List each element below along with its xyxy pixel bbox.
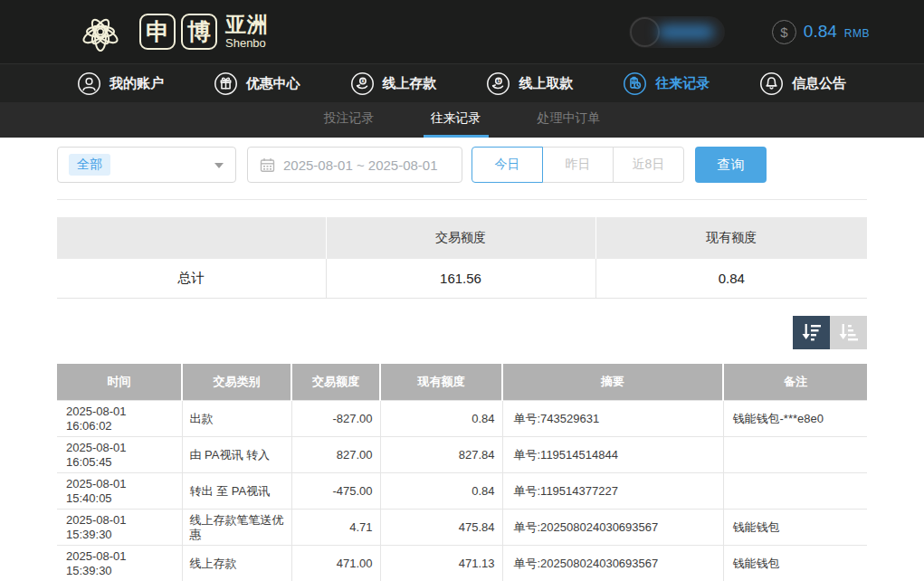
nav-item-deposit[interactable]: ¥线上存款 (350, 71, 437, 96)
cell-category: 线上存款 (182, 546, 291, 581)
quick-range-button-2[interactable]: 近8日 (613, 147, 684, 183)
cell-amount: 471.00 (291, 546, 380, 581)
content: 全部 2025-08-01 ~ 2025-08-01 (0, 147, 924, 581)
cell-balance: 0.84 (380, 473, 502, 510)
cell-note: 钱能钱包 (723, 510, 867, 546)
nav-item-label: 信息公告 (792, 75, 846, 92)
cell-balance: 827.84 (380, 437, 502, 473)
cell-time: 2025-08-01 16:06:02 (57, 401, 182, 437)
balance-amount: 0.84 (804, 22, 837, 42)
date-range-input[interactable]: 2025-08-01 ~ 2025-08-01 (247, 147, 462, 183)
summary-header-blank (57, 217, 326, 259)
logo-latin-text: Shenbo (225, 37, 269, 49)
column-header: 时间 (57, 364, 182, 401)
summary-table: 交易额度 现有额度 总计 161.56 0.84 (57, 217, 867, 299)
cell-time: 2025-08-01 16:05:45 (57, 437, 182, 473)
user-icon (77, 71, 101, 96)
record-tabs: 投注记录往来记录处理中订单 (0, 102, 924, 138)
nav-item-label: 优惠中心 (246, 75, 300, 92)
nav-item-label: 线上取款 (519, 75, 573, 92)
calendar-icon (260, 157, 275, 173)
transaction-type-select[interactable]: 全部 (57, 147, 236, 183)
table-row: 2025-08-01 16:05:45由 PA视讯 转入827.00827.84… (57, 437, 867, 473)
subtab-0[interactable]: 投注记录 (317, 102, 382, 138)
withdraw-icon: $ (486, 71, 510, 96)
page: 申 博 亚洲 Shenbo $ 0.84 RMB 我的账户优惠中心¥线上存款$线… (0, 0, 924, 581)
balance-currency: RMB (844, 27, 870, 40)
logo-region-text: 亚洲 (225, 14, 269, 35)
nav-item-gift[interactable]: 优惠中心 (214, 71, 300, 96)
quick-range-button-1[interactable]: 昨日 (542, 147, 614, 183)
summary-total-row: 总计 161.56 0.84 (57, 259, 867, 298)
summary-total-label: 总计 (57, 259, 326, 298)
cell-balance: 475.84 (380, 510, 502, 546)
logo-char-shen: 申 (139, 14, 176, 50)
deposit-icon: ¥ (350, 71, 375, 96)
summary-header-transaction: 交易额度 (326, 217, 595, 259)
table-row: 2025-08-01 15:39:30线上存款471.00471.13单号:20… (57, 546, 867, 581)
cell-category: 出款 (182, 401, 291, 437)
cell-amount: 827.00 (291, 437, 380, 473)
cell-time: 2025-08-01 15:39:30 (57, 546, 182, 581)
column-header: 交易额度 (291, 364, 380, 401)
table-row: 2025-08-01 15:40:05转出 至 PA视讯-475.000.84单… (57, 473, 867, 510)
user-account-blurred[interactable] (629, 16, 725, 48)
table-row: 2025-08-01 16:06:02出款-827.000.84单号:74352… (57, 401, 867, 437)
username-redacted (658, 25, 714, 39)
main-nav: 我的账户优惠中心¥线上存款$线上取款往来记录信息公告 (0, 64, 924, 102)
bell-icon (759, 71, 784, 96)
column-header: 交易类别 (182, 364, 291, 401)
sort-descending-icon (801, 322, 823, 342)
cell-summary: 单号:119514377227 (502, 473, 723, 510)
column-header: 摘要 (502, 364, 723, 401)
cell-summary: 单号:202508024030693567 (502, 546, 723, 581)
balance-display[interactable]: $ 0.84 RMB (772, 20, 870, 44)
sort-descending-button[interactable] (793, 316, 830, 349)
cell-amount: -827.00 (291, 401, 380, 437)
records-icon (623, 71, 647, 96)
dollar-icon: $ (772, 20, 796, 44)
subtab-1[interactable]: 往来记录 (424, 102, 489, 138)
subtab-2[interactable]: 处理中订单 (530, 102, 608, 138)
gift-icon (214, 71, 238, 96)
cell-note: 钱能钱包 (723, 546, 867, 581)
nav-item-label: 往来记录 (655, 75, 710, 92)
nav-item-withdraw[interactable]: $线上取款 (486, 71, 573, 96)
cell-summary: 单号:743529631 (502, 401, 723, 437)
cell-summary: 单号:119514514844 (502, 437, 723, 473)
cell-note (723, 473, 867, 510)
filter-bar: 全部 2025-08-01 ~ 2025-08-01 (57, 147, 867, 183)
cell-time: 2025-08-01 15:40:05 (57, 473, 182, 510)
cell-category: 线上存款笔笔送优惠 (182, 510, 291, 546)
chevron-down-icon (214, 163, 224, 168)
quick-range-button-0[interactable]: 今日 (472, 147, 543, 183)
transactions-table: 时间交易类别交易额度现有额度摘要备注 2025-08-01 16:06:02出款… (57, 364, 867, 581)
nav-item-records[interactable]: 往来记录 (623, 71, 710, 96)
cell-amount: -475.00 (291, 473, 380, 510)
nav-item-label: 我的账户 (110, 75, 164, 92)
svg-text:¥: ¥ (361, 78, 364, 83)
column-header: 备注 (723, 364, 867, 401)
cell-category: 转出 至 PA视讯 (182, 473, 291, 510)
table-row: 2025-08-01 15:39:30线上存款笔笔送优惠4.71475.84单号… (57, 510, 867, 546)
summary-current-total: 0.84 (595, 259, 867, 298)
search-button[interactable]: 查询 (695, 147, 767, 183)
divider (57, 199, 867, 200)
cell-balance: 0.84 (380, 401, 502, 437)
user-avatar-placeholder (630, 17, 660, 47)
nav-item-label: 线上存款 (383, 75, 437, 92)
selected-type-chip: 全部 (69, 154, 110, 176)
cell-note: 钱能钱包-***e8e0 (723, 401, 867, 437)
sort-ascending-icon (838, 322, 860, 342)
cell-balance: 471.13 (380, 546, 502, 581)
sort-ascending-button[interactable] (830, 316, 867, 349)
logo[interactable]: 申 博 亚洲 Shenbo (71, 5, 269, 58)
nav-item-user[interactable]: 我的账户 (77, 71, 164, 96)
cell-category: 由 PA视讯 转入 (182, 437, 291, 473)
cell-note (723, 437, 867, 473)
summary-header-current: 现有额度 (595, 217, 867, 259)
sort-controls (57, 316, 867, 349)
column-header: 现有额度 (380, 364, 502, 401)
date-range-value: 2025-08-01 ~ 2025-08-01 (283, 157, 438, 173)
nav-item-bell[interactable]: 信息公告 (759, 71, 846, 96)
